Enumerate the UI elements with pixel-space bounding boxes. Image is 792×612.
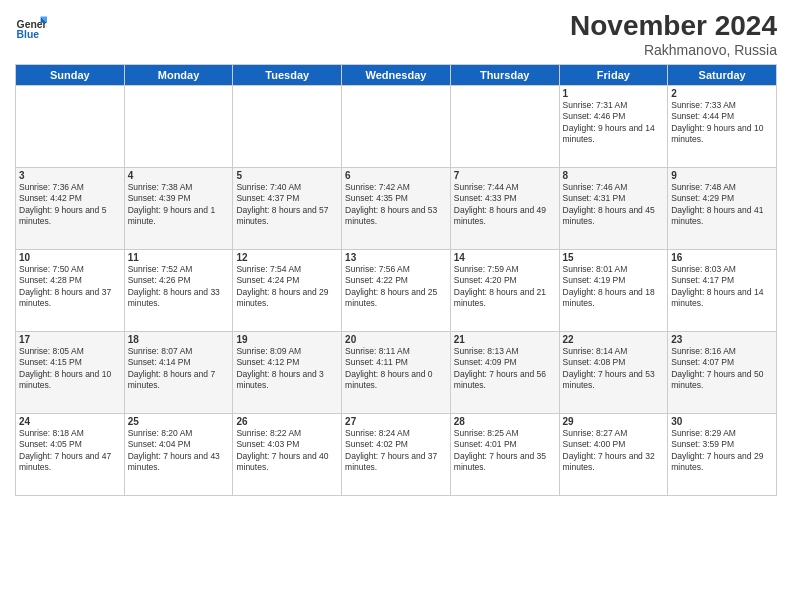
day-info: Sunrise: 7:40 AM Sunset: 4:37 PM Dayligh…	[236, 182, 338, 228]
day-info: Sunrise: 7:44 AM Sunset: 4:33 PM Dayligh…	[454, 182, 556, 228]
location: Rakhmanovo, Russia	[570, 42, 777, 58]
day-info: Sunrise: 7:36 AM Sunset: 4:42 PM Dayligh…	[19, 182, 121, 228]
day-number: 22	[563, 334, 665, 345]
day-info: Sunrise: 8:20 AM Sunset: 4:04 PM Dayligh…	[128, 428, 230, 474]
calendar-cell: 14Sunrise: 7:59 AM Sunset: 4:20 PM Dayli…	[450, 250, 559, 332]
day-number: 17	[19, 334, 121, 345]
day-info: Sunrise: 8:03 AM Sunset: 4:17 PM Dayligh…	[671, 264, 773, 310]
calendar-cell	[16, 86, 125, 168]
day-info: Sunrise: 7:48 AM Sunset: 4:29 PM Dayligh…	[671, 182, 773, 228]
day-info: Sunrise: 7:59 AM Sunset: 4:20 PM Dayligh…	[454, 264, 556, 310]
day-info: Sunrise: 7:31 AM Sunset: 4:46 PM Dayligh…	[563, 100, 665, 146]
calendar-cell: 26Sunrise: 8:22 AM Sunset: 4:03 PM Dayli…	[233, 414, 342, 496]
day-number: 23	[671, 334, 773, 345]
calendar-cell: 2Sunrise: 7:33 AM Sunset: 4:44 PM Daylig…	[668, 86, 777, 168]
day-info: Sunrise: 8:01 AM Sunset: 4:19 PM Dayligh…	[563, 264, 665, 310]
title-block: November 2024 Rakhmanovo, Russia	[570, 10, 777, 58]
calendar-cell: 22Sunrise: 8:14 AM Sunset: 4:08 PM Dayli…	[559, 332, 668, 414]
day-number: 24	[19, 416, 121, 427]
day-info: Sunrise: 7:56 AM Sunset: 4:22 PM Dayligh…	[345, 264, 447, 310]
day-info: Sunrise: 7:46 AM Sunset: 4:31 PM Dayligh…	[563, 182, 665, 228]
day-number: 25	[128, 416, 230, 427]
page-header: General Blue November 2024 Rakhmanovo, R…	[15, 10, 777, 58]
calendar-cell: 28Sunrise: 8:25 AM Sunset: 4:01 PM Dayli…	[450, 414, 559, 496]
calendar-cell: 24Sunrise: 8:18 AM Sunset: 4:05 PM Dayli…	[16, 414, 125, 496]
day-number: 7	[454, 170, 556, 181]
calendar-cell: 30Sunrise: 8:29 AM Sunset: 3:59 PM Dayli…	[668, 414, 777, 496]
calendar-cell: 10Sunrise: 7:50 AM Sunset: 4:28 PM Dayli…	[16, 250, 125, 332]
calendar-cell: 11Sunrise: 7:52 AM Sunset: 4:26 PM Dayli…	[124, 250, 233, 332]
header-tuesday: Tuesday	[233, 65, 342, 86]
day-number: 2	[671, 88, 773, 99]
svg-text:Blue: Blue	[17, 29, 40, 40]
day-number: 1	[563, 88, 665, 99]
calendar-cell: 9Sunrise: 7:48 AM Sunset: 4:29 PM Daylig…	[668, 168, 777, 250]
day-number: 12	[236, 252, 338, 263]
day-number: 13	[345, 252, 447, 263]
day-info: Sunrise: 8:24 AM Sunset: 4:02 PM Dayligh…	[345, 428, 447, 474]
calendar-cell	[450, 86, 559, 168]
calendar-cell	[124, 86, 233, 168]
header-thursday: Thursday	[450, 65, 559, 86]
day-number: 18	[128, 334, 230, 345]
calendar-header-row: Sunday Monday Tuesday Wednesday Thursday…	[16, 65, 777, 86]
day-number: 11	[128, 252, 230, 263]
day-number: 3	[19, 170, 121, 181]
day-info: Sunrise: 8:25 AM Sunset: 4:01 PM Dayligh…	[454, 428, 556, 474]
calendar-cell: 13Sunrise: 7:56 AM Sunset: 4:22 PM Dayli…	[342, 250, 451, 332]
logo-icon: General Blue	[15, 10, 47, 42]
calendar-cell: 21Sunrise: 8:13 AM Sunset: 4:09 PM Dayli…	[450, 332, 559, 414]
day-info: Sunrise: 8:11 AM Sunset: 4:11 PM Dayligh…	[345, 346, 447, 392]
day-number: 10	[19, 252, 121, 263]
day-number: 20	[345, 334, 447, 345]
calendar-cell	[233, 86, 342, 168]
calendar-cell: 29Sunrise: 8:27 AM Sunset: 4:00 PM Dayli…	[559, 414, 668, 496]
calendar-cell: 4Sunrise: 7:38 AM Sunset: 4:39 PM Daylig…	[124, 168, 233, 250]
day-info: Sunrise: 8:27 AM Sunset: 4:00 PM Dayligh…	[563, 428, 665, 474]
header-saturday: Saturday	[668, 65, 777, 86]
day-info: Sunrise: 8:13 AM Sunset: 4:09 PM Dayligh…	[454, 346, 556, 392]
day-number: 29	[563, 416, 665, 427]
calendar-cell: 15Sunrise: 8:01 AM Sunset: 4:19 PM Dayli…	[559, 250, 668, 332]
calendar-cell: 12Sunrise: 7:54 AM Sunset: 4:24 PM Dayli…	[233, 250, 342, 332]
month-title: November 2024	[570, 10, 777, 42]
week-row-4: 17Sunrise: 8:05 AM Sunset: 4:15 PM Dayli…	[16, 332, 777, 414]
week-row-2: 3Sunrise: 7:36 AM Sunset: 4:42 PM Daylig…	[16, 168, 777, 250]
header-friday: Friday	[559, 65, 668, 86]
day-number: 8	[563, 170, 665, 181]
header-sunday: Sunday	[16, 65, 125, 86]
week-row-3: 10Sunrise: 7:50 AM Sunset: 4:28 PM Dayli…	[16, 250, 777, 332]
calendar: Sunday Monday Tuesday Wednesday Thursday…	[15, 64, 777, 496]
calendar-cell: 27Sunrise: 8:24 AM Sunset: 4:02 PM Dayli…	[342, 414, 451, 496]
day-info: Sunrise: 8:29 AM Sunset: 3:59 PM Dayligh…	[671, 428, 773, 474]
calendar-cell: 23Sunrise: 8:16 AM Sunset: 4:07 PM Dayli…	[668, 332, 777, 414]
calendar-cell: 5Sunrise: 7:40 AM Sunset: 4:37 PM Daylig…	[233, 168, 342, 250]
day-number: 27	[345, 416, 447, 427]
day-info: Sunrise: 8:07 AM Sunset: 4:14 PM Dayligh…	[128, 346, 230, 392]
header-wednesday: Wednesday	[342, 65, 451, 86]
calendar-cell: 20Sunrise: 8:11 AM Sunset: 4:11 PM Dayli…	[342, 332, 451, 414]
day-info: Sunrise: 7:42 AM Sunset: 4:35 PM Dayligh…	[345, 182, 447, 228]
day-info: Sunrise: 7:33 AM Sunset: 4:44 PM Dayligh…	[671, 100, 773, 146]
calendar-cell: 8Sunrise: 7:46 AM Sunset: 4:31 PM Daylig…	[559, 168, 668, 250]
day-number: 9	[671, 170, 773, 181]
calendar-cell: 25Sunrise: 8:20 AM Sunset: 4:04 PM Dayli…	[124, 414, 233, 496]
day-number: 19	[236, 334, 338, 345]
calendar-cell: 16Sunrise: 8:03 AM Sunset: 4:17 PM Dayli…	[668, 250, 777, 332]
day-number: 15	[563, 252, 665, 263]
day-info: Sunrise: 8:18 AM Sunset: 4:05 PM Dayligh…	[19, 428, 121, 474]
week-row-1: 1Sunrise: 7:31 AM Sunset: 4:46 PM Daylig…	[16, 86, 777, 168]
calendar-cell: 3Sunrise: 7:36 AM Sunset: 4:42 PM Daylig…	[16, 168, 125, 250]
day-number: 16	[671, 252, 773, 263]
day-number: 30	[671, 416, 773, 427]
day-info: Sunrise: 8:22 AM Sunset: 4:03 PM Dayligh…	[236, 428, 338, 474]
day-info: Sunrise: 7:50 AM Sunset: 4:28 PM Dayligh…	[19, 264, 121, 310]
day-info: Sunrise: 7:54 AM Sunset: 4:24 PM Dayligh…	[236, 264, 338, 310]
calendar-cell: 17Sunrise: 8:05 AM Sunset: 4:15 PM Dayli…	[16, 332, 125, 414]
calendar-cell: 1Sunrise: 7:31 AM Sunset: 4:46 PM Daylig…	[559, 86, 668, 168]
day-number: 14	[454, 252, 556, 263]
calendar-cell	[342, 86, 451, 168]
day-number: 21	[454, 334, 556, 345]
day-info: Sunrise: 8:05 AM Sunset: 4:15 PM Dayligh…	[19, 346, 121, 392]
day-number: 28	[454, 416, 556, 427]
